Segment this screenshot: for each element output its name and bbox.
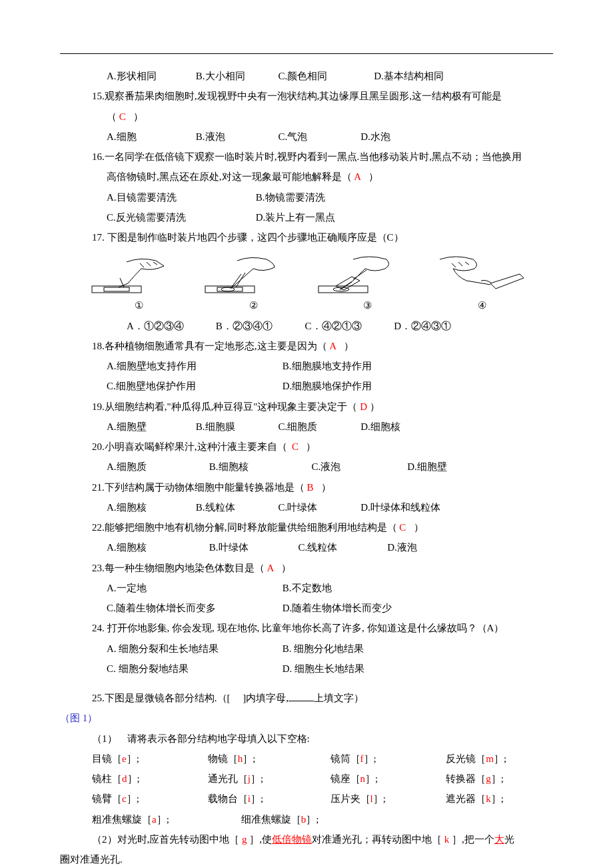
q16-stem-2: 高倍物镜时,黑点还在原处,对这一现象最可能地解释是（ A ） bbox=[60, 168, 553, 185]
text: 21.下列结构属于动物体细胞中能量转换器地是（ bbox=[92, 482, 305, 493]
answer: A bbox=[329, 341, 336, 351]
bracket: ］; bbox=[127, 793, 139, 804]
bracket: ］; bbox=[494, 753, 506, 764]
text: 高倍物镜时,黑点还在原处,对这一现象最可能地解释是（ bbox=[107, 171, 352, 182]
answer: n bbox=[360, 773, 366, 784]
num-4: ④ bbox=[478, 297, 486, 314]
paren-close: ） bbox=[133, 111, 143, 122]
label: 反光镜［ bbox=[446, 753, 486, 764]
opt-a: A.细胞壁地支持作用 bbox=[107, 357, 280, 375]
text: ） bbox=[306, 441, 316, 452]
text: ］,把一个 bbox=[452, 834, 494, 845]
q25-row1: 目镜［e］; 物镜［h］; 镜筒［f］; 反光镜［m］; bbox=[60, 750, 553, 767]
svg-point-4 bbox=[221, 287, 235, 291]
text: 20.小明喜欢喝鲜榨果汁,这种汁液主要来自（ bbox=[92, 441, 287, 452]
opt-c: C.线粒体 bbox=[299, 539, 385, 556]
answer: d bbox=[122, 773, 127, 784]
q18-options-1: A.细胞壁地支持作用 B.细胞膜地支持作用 bbox=[60, 357, 553, 375]
bracket: ］; bbox=[364, 753, 376, 764]
q21-stem: 21.下列结构属于动物体细胞中能量转换器地是（ B ） bbox=[60, 479, 553, 496]
bracket: ］; bbox=[491, 793, 504, 804]
q15-ans: （ C ） bbox=[60, 108, 553, 125]
q24-stem: 24. 打开你地影集, 你会发现, 现在地你, 比童年地你长高了许多, 你知道这… bbox=[60, 619, 553, 637]
q25-p2-cont: 圈对准通光孔. bbox=[60, 851, 553, 868]
opt-b: B.大小相同 bbox=[196, 67, 276, 85]
text: ） bbox=[370, 401, 380, 412]
figure-label: （图 1） bbox=[60, 709, 553, 727]
opt-d: D.细胞核 bbox=[360, 418, 400, 435]
num-1: ① bbox=[135, 297, 143, 314]
answer: C bbox=[119, 111, 126, 122]
opt-a: A．①②③④ bbox=[127, 317, 213, 335]
q19-stem: 19.从细胞结构看,"种瓜得瓜,种豆得豆"这种现象主要决定于（ D ） bbox=[60, 398, 553, 415]
bracket: ］; bbox=[127, 773, 140, 784]
q17-stem: 17. 下图是制作临时装片地四个步骤，这四个步骤地正确顺序应是（C） bbox=[60, 229, 553, 246]
text: ） bbox=[344, 341, 354, 351]
text: 光 bbox=[504, 834, 514, 845]
opt-a: A.形状相同 bbox=[107, 67, 193, 85]
label: 粗准焦螺旋［ bbox=[92, 814, 152, 825]
q17-fig-numbers: ① ② ③ ④ bbox=[60, 297, 553, 314]
bracket: ］; bbox=[251, 773, 263, 784]
spacer bbox=[60, 677, 553, 687]
opt-d: D.液泡 bbox=[387, 539, 417, 556]
q25-row4: 粗准焦螺旋［a］; 细准焦螺旋［b］; bbox=[60, 811, 553, 828]
opt-d: D.细胞膜地保护作用 bbox=[283, 377, 372, 395]
text: 上填文字） bbox=[314, 693, 364, 703]
label: 遮光器［ bbox=[446, 793, 486, 804]
paren-open: （ bbox=[107, 111, 117, 122]
answer-underline: 低倍物镜 bbox=[272, 834, 312, 845]
opt-a: A.一定地 bbox=[107, 579, 280, 597]
answer: g bbox=[486, 773, 491, 784]
q17-figure-row bbox=[60, 250, 553, 297]
q25-stem: 25.下图是显微镜各部分结构.（[ ]内填字母,上填文字） bbox=[60, 689, 553, 707]
answer: C bbox=[292, 441, 299, 452]
q14-options: A.形状相同 B.大小相同 C.颜色相同 D.基本结构相同 bbox=[60, 67, 553, 85]
q18-stem: 18.各种植物细胞通常具有一定地形态,这主要是因为（ A ） bbox=[60, 337, 553, 355]
opt-d: D.装片上有一黑点 bbox=[256, 209, 336, 226]
fig-step-3 bbox=[313, 254, 413, 295]
num-2: ② bbox=[249, 297, 258, 314]
q23-options-1: A.一定地 B.不定数地 bbox=[60, 579, 553, 597]
q20-stem: 20.小明喜欢喝鲜榨果汁,这种汁液主要来自（ C ） bbox=[60, 438, 553, 455]
text: ） bbox=[368, 171, 378, 182]
opt-c: C.随着生物体增长而变多 bbox=[107, 599, 280, 617]
answer: k bbox=[444, 834, 450, 845]
answer-underline: 大 bbox=[494, 834, 504, 845]
text: 18.各种植物细胞通常具有一定地形态,这主要是因为（ bbox=[92, 341, 327, 351]
label: 细准焦螺旋［ bbox=[241, 814, 301, 825]
text: ） bbox=[321, 482, 331, 493]
opt-d: D.水泡 bbox=[360, 128, 390, 145]
label: 通光孔［ bbox=[208, 773, 248, 784]
opt-b: B.细胞核 bbox=[209, 458, 309, 475]
q15-stem: 15.观察番茄果肉细胞时,发现视野中央有一泡状结构,其边缘厚且黑呈圆形,这一结构… bbox=[60, 87, 553, 105]
label: 镜柱［ bbox=[92, 773, 122, 784]
opt-c: C.细胞质 bbox=[279, 418, 358, 435]
opt-d: D.叶绿体和线粒体 bbox=[360, 499, 440, 516]
hand-coverslip-icon bbox=[313, 254, 413, 295]
hand-wipe-icon bbox=[426, 254, 526, 295]
q25-row2: 镜柱［d］; 通光孔［j］; 镜座［n］; 转换器［g］; bbox=[60, 770, 553, 787]
bracket: ］; bbox=[306, 814, 318, 825]
opt-c: C.反光镜需要清洗 bbox=[107, 209, 253, 226]
opt-a: A.细胞 bbox=[107, 128, 193, 145]
opt-d: D.细胞壁 bbox=[407, 458, 447, 475]
opt-c: C.气泡 bbox=[279, 128, 358, 145]
q20-options: A.细胞质 B.细胞核 C.液泡 D.细胞壁 bbox=[60, 458, 553, 475]
q19-options: A.细胞壁 B.细胞膜 C.细胞质 D.细胞核 bbox=[60, 418, 553, 435]
opt-d: D．②④③① bbox=[394, 317, 451, 335]
opt-c: C.液泡 bbox=[312, 458, 405, 475]
opt-b: B．②③④① bbox=[216, 317, 303, 335]
label: 镜臂［ bbox=[92, 793, 122, 804]
opt-b: B.细胞膜地支持作用 bbox=[283, 357, 372, 375]
opt-c: C．④②①③ bbox=[305, 317, 392, 335]
opt-a: A. 细胞分裂和生长地结果 bbox=[107, 640, 280, 657]
answer: A bbox=[267, 563, 274, 573]
text: 对准通光孔；再转动图中地［ bbox=[312, 834, 442, 845]
exam-page: A.形状相同 B.大小相同 C.颜色相同 D.基本结构相同 15.观察番茄果肉细… bbox=[0, 0, 613, 868]
bracket: ］; bbox=[157, 814, 169, 825]
bracket: ］; bbox=[127, 753, 139, 764]
label: 转换器［ bbox=[446, 773, 486, 784]
fig-step-4 bbox=[426, 254, 526, 295]
answer: C bbox=[399, 522, 406, 533]
